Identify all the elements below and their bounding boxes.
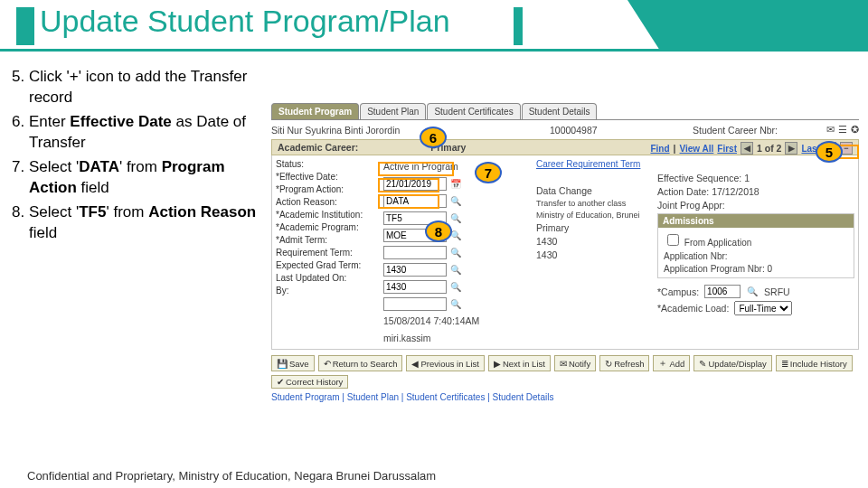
list-icon[interactable]: ☰: [838, 124, 847, 136]
callout-5: 5: [816, 141, 843, 163]
lastupd-label: Last Updated On:: [276, 273, 380, 283]
refresh-button[interactable]: ↻Refresh: [599, 355, 649, 371]
btn-icon: ≣: [781, 359, 788, 369]
tab-student-details[interactable]: Student Details: [522, 103, 598, 119]
action-buttons: 💾Save↶Return to Search◀Previous in List▶…: [271, 355, 859, 389]
appprog-label: Application Program Nbr:: [664, 264, 765, 274]
callout-6: 6: [420, 127, 447, 148]
btn-icon: 💾: [277, 359, 288, 369]
prog-label: *Academic Program:: [276, 222, 380, 232]
section-label: Academic Career:: [278, 142, 358, 153]
reason-label: Action Reason:: [276, 197, 380, 207]
inst-label: *Academic Institution:: [276, 210, 380, 220]
title-bar: Update Student Program/Plan: [0, 0, 868, 51]
next-in-list-button[interactable]: ▶Next in List: [488, 355, 551, 371]
prog-input[interactable]: [383, 246, 447, 259]
srfu-label: SRFU: [764, 286, 790, 297]
reqterm-label: Requirement Term:: [276, 248, 380, 258]
next-icon[interactable]: ▶: [785, 142, 797, 155]
bottom-links[interactable]: Student Program | Student Plan | Student…: [271, 392, 859, 402]
actdate-value: 17/12/2018: [712, 186, 760, 197]
campus-label: *Campus:: [657, 286, 699, 297]
btn-icon: ＋: [658, 357, 667, 370]
prev-icon[interactable]: ◀: [741, 142, 753, 155]
progaction-desc: Data Change: [536, 185, 654, 196]
lastupd-value: 15/08/2014 7:40:14AM: [383, 314, 533, 328]
lookup-icon[interactable]: 🔍: [449, 297, 462, 310]
lookup-icon[interactable]: 🔍: [746, 286, 759, 298]
expgrad-label: Expected Grad Term:: [276, 260, 380, 270]
from-app-checkbox[interactable]: [667, 234, 679, 246]
callout-7: 7: [475, 162, 502, 183]
instruction-steps: Click '+' icon to add the Transfer recor…: [9, 67, 271, 402]
footer-note: Confidential and Proprietary, Ministry o…: [27, 469, 436, 483]
expgrad-input[interactable]: [383, 297, 447, 311]
title-corner: [660, 0, 868, 51]
effseq-value: 1: [744, 173, 750, 183]
tab-student-plan[interactable]: Student Plan: [360, 103, 426, 119]
save-button[interactable]: 💾Save: [271, 355, 315, 371]
from-app-label: From Application: [684, 238, 751, 248]
btn-label: Notify: [569, 359, 590, 369]
admit-input[interactable]: [383, 263, 447, 277]
acadload-select[interactable]: Full-Time: [734, 301, 792, 315]
btn-label: Include History: [790, 359, 847, 369]
admissions-box: Admissions From Application Application …: [657, 213, 854, 278]
student-icons: ✉ ☰ ✪: [826, 124, 859, 136]
lookup-icon[interactable]: 🔍: [449, 280, 462, 293]
find-link[interactable]: Find: [650, 144, 669, 154]
reason-desc: Transfer to another class: [536, 199, 654, 208]
step-item: Select 'DATA' from Program Action field: [29, 157, 262, 199]
joint-label: Joint Prog Appr:: [657, 200, 725, 211]
section-header: Academic Career: Primary Find | View All…: [271, 139, 859, 155]
update-display-button[interactable]: ✎Update/Display: [693, 355, 771, 371]
star-icon[interactable]: ✪: [851, 124, 859, 136]
student-name: Siti Nur Syukrina Binti Jorordin: [271, 125, 542, 136]
acadload-label: *Academic Load:: [657, 303, 729, 314]
reqterm-input[interactable]: [383, 280, 447, 294]
lookup-icon[interactable]: 🔍: [449, 246, 462, 258]
btn-label: Correct History: [286, 377, 343, 387]
nav-index: 1 of 2: [757, 143, 781, 154]
btn-label: Save: [289, 359, 309, 369]
return-to-search-button[interactable]: ↶Return to Search: [318, 355, 403, 371]
hl-effdate: [378, 162, 454, 176]
include-history-button[interactable]: ≣Include History: [776, 355, 853, 371]
campus-input[interactable]: [704, 285, 741, 298]
btn-icon: ↻: [605, 359, 612, 369]
add-button[interactable]: ＋Add: [653, 355, 690, 371]
admit-desc: 1430: [536, 236, 654, 247]
lookup-icon[interactable]: 🔍: [449, 263, 462, 276]
tab-student-program[interactable]: Student Program: [271, 103, 359, 119]
actdate-label: Action Date:: [657, 186, 709, 197]
notify-button[interactable]: ✉Notify: [554, 355, 596, 371]
app-screenshot: 6 7 8 5 Student ProgramStudent PlanStude…: [271, 67, 859, 402]
callout-8: 8: [425, 221, 452, 242]
career-nbr-label: Student Career Nbr:: [693, 125, 778, 136]
btn-label: Previous in List: [420, 359, 478, 369]
step-item: Click '+' icon to add the Transfer recor…: [29, 67, 262, 108]
btn-label: Return to Search: [333, 359, 398, 369]
req-term-link[interactable]: Career Requirement Term: [536, 159, 654, 169]
btn-icon: ▶: [494, 359, 501, 369]
by-label: By:: [276, 286, 380, 296]
section-body: Status: *Effective Date: *Program Action…: [271, 155, 859, 350]
btn-icon: ✔: [277, 377, 284, 387]
admit-label: *Admit Term:: [276, 235, 380, 245]
effdate-label: *Effective Date:: [276, 172, 380, 182]
mail-icon[interactable]: ✉: [826, 124, 835, 136]
viewall-link[interactable]: View All: [680, 144, 714, 154]
lookup-icon[interactable]: 🔍: [449, 194, 462, 207]
first-link[interactable]: First: [717, 144, 737, 154]
prog-desc: Primary: [536, 222, 654, 233]
hl-action: [378, 178, 439, 192]
status-label: Status:: [276, 159, 380, 169]
calendar-icon[interactable]: 📅: [449, 177, 462, 190]
student-id: 100004987: [550, 125, 685, 136]
correct-history-button[interactable]: ✔Correct History: [271, 375, 348, 389]
lookup-icon[interactable]: 🔍: [449, 211, 462, 224]
btn-icon: ◀: [411, 359, 419, 369]
previous-in-list-button[interactable]: ◀Previous in List: [406, 355, 484, 371]
tab-student-certificates[interactable]: Student Certificates: [427, 103, 520, 119]
by-value: miri.kassim: [383, 331, 533, 345]
